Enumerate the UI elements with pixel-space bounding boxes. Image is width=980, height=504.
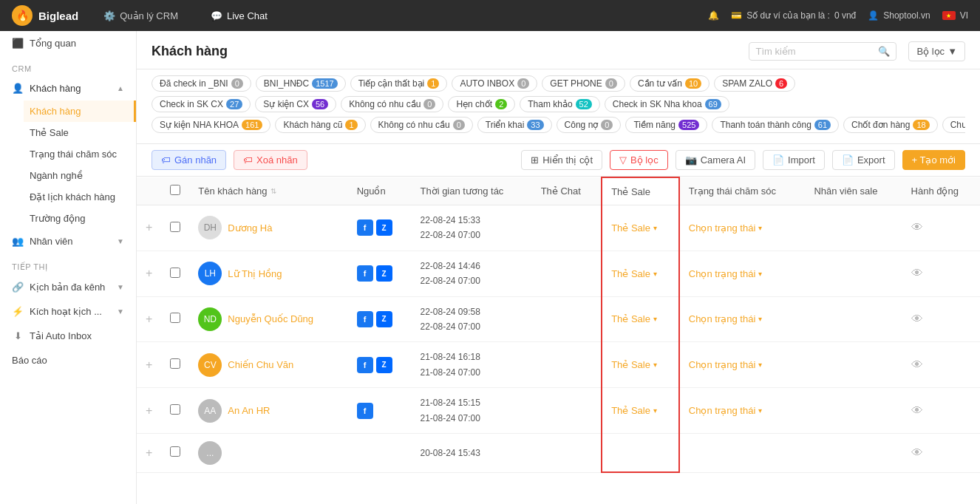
- th-check[interactable]: [161, 177, 189, 205]
- sidebar-item-truongdong[interactable]: Trường động: [24, 208, 136, 229]
- tag-btn[interactable]: Tiềm năng525: [625, 117, 707, 133]
- tag-btn[interactable]: GET PHONE0: [542, 75, 625, 92]
- export-button[interactable]: 📄 Export: [832, 150, 895, 170]
- sidebar-item-overview[interactable]: ⬛ Tổng quan: [0, 31, 136, 55]
- eye-icon[interactable]: 👁: [911, 404, 923, 417]
- the-sale-badge[interactable]: Thẻ Sale ▾: [611, 222, 657, 234]
- sidebar-item-datlich[interactable]: Đặt lịch khách hàng: [24, 186, 136, 208]
- trang-thai-dropdown[interactable]: Chọn trạng thái ▾: [689, 222, 762, 234]
- live-chat-nav-item[interactable]: 💬 Live Chat: [203, 7, 275, 24]
- the-sale-badge[interactable]: Thẻ Sale ▾: [611, 313, 657, 324]
- td-nhan-vien: [805, 433, 902, 472]
- td-check[interactable]: [161, 388, 189, 434]
- xoa-nhan-button[interactable]: 🏷 Xoá nhãn: [234, 150, 307, 170]
- sidebar-item-nhanvien[interactable]: 👥 Nhân viên ▼: [0, 229, 136, 253]
- row-checkbox[interactable]: [170, 446, 180, 457]
- td-check[interactable]: [161, 433, 189, 472]
- trang-thai-dropdown[interactable]: Chọn trạng thái ▾: [689, 268, 762, 279]
- tag-btn[interactable]: Sự kiện CX56: [255, 96, 336, 112]
- td-source: fZ: [348, 296, 412, 342]
- tag-btn[interactable]: SPAM ZALO6: [714, 75, 795, 92]
- sort-name-icon[interactable]: ⇅: [270, 187, 276, 195]
- sidebar-item-customers-parent[interactable]: 👤 Khách hàng ▲: [0, 76, 136, 101]
- td-check[interactable]: [161, 251, 189, 296]
- tag-btn[interactable]: Khách hàng cũ1: [275, 117, 365, 133]
- tag-btn[interactable]: Chốt đơn hàng18: [843, 117, 938, 133]
- customers-icon: 👤: [12, 83, 24, 94]
- eye-icon[interactable]: 👁: [911, 313, 923, 325]
- eye-icon[interactable]: 👁: [911, 267, 923, 279]
- sidebar-item-nganhnge[interactable]: Ngành nghề: [24, 165, 136, 186]
- tag-btn[interactable]: Cần tư vấn10: [630, 75, 710, 92]
- td-plus[interactable]: +: [137, 205, 161, 251]
- tag-btn[interactable]: Triển khai33: [477, 117, 552, 133]
- tag-btn[interactable]: Hẹn chốt2: [448, 96, 515, 112]
- tag-btn[interactable]: Chưa chốt gói4: [942, 117, 965, 133]
- customer-name[interactable]: Lữ Thị Hồng: [228, 268, 282, 279]
- sidebar-item-khachhang[interactable]: Khách hàng: [24, 101, 136, 122]
- customer-name[interactable]: Dương Hà: [228, 222, 272, 234]
- select-all-checkbox[interactable]: [170, 185, 180, 195]
- td-plus[interactable]: +: [137, 342, 161, 388]
- crm-nav-item[interactable]: ⚙️ Quản lý CRM: [96, 7, 186, 24]
- sidebar-item-kichhoat[interactable]: ⚡ Kích hoạt kịch ... ▼: [0, 299, 136, 324]
- td-plus[interactable]: +: [137, 433, 161, 472]
- camera-ai-button[interactable]: 📷 Camera AI: [676, 150, 755, 170]
- sidebar-item-kichban[interactable]: 🔗 Kịch bản đa kênh ▼: [0, 275, 136, 299]
- tag-btn[interactable]: BNI_HNĐC1517: [256, 75, 346, 92]
- customer-name[interactable]: Nguyễn Quốc Dũng: [228, 313, 313, 324]
- trang-thai-dropdown[interactable]: Chọn trạng thái ▾: [689, 405, 762, 416]
- td-check[interactable]: [161, 342, 189, 388]
- language-selector[interactable]: VI: [942, 10, 968, 21]
- tag-btn[interactable]: Check in SK Nha khoa69: [605, 96, 729, 112]
- bo-loc-toolbar-button[interactable]: ▽ Bộ lọc: [610, 150, 668, 170]
- the-sale-badge[interactable]: Thẻ Sale ▾: [611, 359, 657, 370]
- row-checkbox[interactable]: [170, 313, 180, 323]
- sidebar-item-thesale[interactable]: Thẻ Sale: [24, 122, 136, 143]
- td-plus[interactable]: +: [137, 296, 161, 342]
- customer-name[interactable]: An An HR: [228, 405, 270, 416]
- td-plus[interactable]: +: [137, 388, 161, 434]
- sidebar-item-baocao[interactable]: Báo cáo: [0, 348, 136, 372]
- trang-thai-dropdown[interactable]: Chọn trạng thái ▾: [689, 313, 762, 324]
- the-sale-badge[interactable]: Thẻ Sale ▾: [611, 268, 657, 279]
- search-box[interactable]: 🔍: [749, 42, 896, 61]
- the-sale-badge[interactable]: Thẻ Sale ▾: [611, 405, 657, 416]
- tag-btn[interactable]: Tiếp cận thất bại1: [350, 75, 448, 92]
- td-plus[interactable]: +: [137, 251, 161, 296]
- tag-btn[interactable]: Đã check in _BNI0: [152, 75, 251, 92]
- eye-icon[interactable]: 👁: [911, 446, 923, 459]
- filter-button-header[interactable]: Bộ lọc ▼: [908, 41, 965, 61]
- logo[interactable]: 🔥 Biglead: [12, 5, 78, 26]
- notification-icon[interactable]: 🔔: [708, 10, 719, 21]
- sidebar-item-trangthai[interactable]: Trạng thái chăm sóc: [24, 143, 136, 165]
- tag-btn[interactable]: Check in SK CX27: [152, 96, 251, 112]
- tag-btn[interactable]: Không có nhu cầu0: [370, 117, 473, 133]
- td-time: 22-08-24 15:3322-08-24 07:00: [411, 205, 531, 251]
- row-checkbox[interactable]: [170, 222, 180, 232]
- row-checkbox[interactable]: [170, 358, 180, 369]
- tag-btn[interactable]: AUTO INBOX0: [452, 75, 537, 92]
- tag-btn[interactable]: Công nợ0: [557, 117, 622, 133]
- customer-name[interactable]: Chiến Chu Văn: [228, 359, 293, 370]
- row-checkbox[interactable]: [170, 268, 180, 278]
- tag-btn[interactable]: Thanh toán thành công61: [712, 117, 839, 133]
- import-button[interactable]: 📄 Import: [763, 150, 825, 170]
- search-input[interactable]: [755, 46, 874, 57]
- eye-icon[interactable]: 👁: [911, 221, 923, 234]
- shop-info[interactable]: 👤 Shoptool.vn: [868, 10, 930, 21]
- hien-thi-cot-button[interactable]: ⊞ Hiển thị cột: [521, 150, 602, 170]
- td-check[interactable]: [161, 296, 189, 342]
- tag-btn[interactable]: Không có nhu cầu0: [341, 96, 443, 112]
- row-checkbox[interactable]: [170, 404, 180, 415]
- tag-label: SPAM ZALO: [722, 78, 772, 89]
- tag-btn[interactable]: Tham khảo52: [520, 96, 600, 112]
- gan-nhan-button[interactable]: 🏷 Gán nhãn: [152, 150, 226, 170]
- tag-btn[interactable]: Sự kiện NHA KHOA161: [152, 117, 270, 133]
- sidebar-item-autoinbox[interactable]: ⬇ Tải Auto Inbox: [0, 324, 136, 348]
- td-check[interactable]: [161, 205, 189, 251]
- trang-thai-dropdown[interactable]: Chọn trạng thái ▾: [689, 359, 762, 370]
- create-label: + Tạo mới: [912, 154, 956, 166]
- create-button[interactable]: + Tạo mới: [902, 150, 965, 170]
- eye-icon[interactable]: 👁: [911, 358, 923, 371]
